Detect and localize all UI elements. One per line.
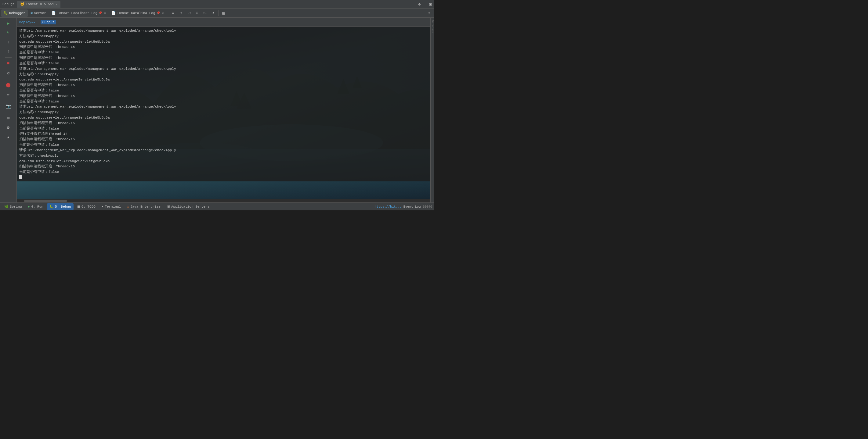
git-url[interactable]: https://bit... (375, 205, 402, 208)
todo-label: 6: TODO (82, 205, 96, 208)
stop-btn[interactable]: ■ (4, 59, 12, 68)
run-icon: ▶ (28, 205, 30, 208)
up-arrow-btn[interactable]: ↑ (4, 47, 12, 56)
log-line: 扫描待申请线程开启：Thread-15 (19, 93, 428, 99)
log-container: 请求uri:/management_war_exploded/managemen… (19, 28, 428, 175)
log-line: 方法名称：checkApply (19, 72, 428, 77)
toolbar-expand-btn[interactable]: ⬆ (426, 9, 433, 17)
log-line: 扫描待申请线程开启：Thread-15 (19, 121, 428, 126)
screenshot-btn[interactable]: 📷 (4, 102, 12, 110)
debugger-label: Debugger (9, 11, 25, 15)
log-line: 扫描待申请线程开启：Thread-15 (19, 44, 428, 50)
status-tab-app-servers[interactable]: 🖥 Application Servers (164, 203, 212, 210)
debug-label: Debug: (2, 2, 14, 6)
log-line: 当前是否有申请：false (19, 99, 428, 104)
status-tab-terminal[interactable]: ▪ Terminal (99, 203, 123, 210)
log-line: 当前是否有申请：false (19, 50, 428, 55)
title-bar: Debug: 🐱 Tomcat 8.5.551 ✕ ⚙ − ▣ (0, 0, 434, 8)
localhost-log-close[interactable]: ✕ (104, 11, 106, 15)
toolbar-scroll-down-pin-btn[interactable]: ↓⬆ (186, 9, 193, 17)
event-log-label[interactable]: Event Log (403, 205, 421, 208)
log-line: 请求uri:/management_war_exploded/managemen… (19, 104, 428, 109)
left-sidebar: ▶ ⤷ ↓ ↑ ■ ↺ ⬤ ✏ 📷 ⊞ ⚙ ★ (0, 18, 17, 202)
toolbar-menu-btn[interactable]: ≡ (170, 9, 177, 17)
minimize-btn[interactable]: − (424, 2, 426, 7)
catalina-log-close[interactable]: ✕ (162, 11, 164, 15)
tomcat-tab-label: Tomcat 8.5.551 (26, 2, 54, 6)
tomcat-tab[interactable]: 🐱 Tomcat 8.5.551 ✕ (17, 1, 60, 8)
tomcat-tab-close[interactable]: ✕ (56, 2, 57, 6)
localhost-log-label: Tomcat Localhost Log (57, 11, 97, 15)
h-scrollbar-thumb[interactable] (24, 200, 67, 202)
log-line: 扫描待申请线程开启：Thread-15 (19, 55, 428, 61)
output-label[interactable]: Output (40, 20, 57, 24)
log-line: 请求uri:/management_war_exploded/managemen… (19, 147, 428, 153)
status-tab-run[interactable]: ▶ 4: Run (26, 203, 46, 210)
server-icon: ▣ (31, 11, 33, 15)
settings-btn[interactable]: ⚙ (418, 2, 421, 7)
tab-localhost-log[interactable]: 📄 Tomcat Localhost Log 📌 ✕ (49, 9, 108, 17)
status-tab-todo[interactable]: ☰ 6: TODO (75, 203, 98, 210)
right-sidebar: Database (430, 18, 434, 202)
toolbar-scroll-top-btn[interactable]: ⬆ (178, 9, 185, 17)
h-scrollbar[interactable] (17, 199, 430, 202)
spring-icon: 🌿 (4, 205, 8, 208)
log-line: com.edu.ustb.servlet.ArrangeServlet@e5b5… (19, 159, 428, 164)
text-cursor (19, 175, 22, 179)
grid-view-btn[interactable]: ⊞ (4, 114, 12, 122)
java-label: Java Enterprise (130, 205, 160, 208)
run-label: 4: Run (31, 205, 43, 208)
toolbar-right-space: ⬆ (426, 9, 433, 17)
status-tab-debug[interactable]: 🐛 5: Debug (47, 203, 73, 210)
sidebar-sep-3 (5, 100, 11, 100)
localhost-pin-icon: 📌 (99, 11, 102, 14)
main-layout: ▶ ⤷ ↓ ↑ ■ ↺ ⬤ ✏ 📷 ⊞ ⚙ ★ Deploy▸▸ Output (0, 18, 434, 202)
log-line: com.edu.ustb.servlet.ArrangeServlet@e5b5… (19, 115, 428, 121)
step-over-btn[interactable]: ⤷ (5, 28, 11, 37)
catalina-pin-icon: 📌 (157, 11, 160, 14)
deploy-label[interactable]: Deploy▸▸ (19, 20, 35, 24)
log-cursor-line (19, 175, 428, 180)
time-label: 10046 (423, 205, 432, 208)
tab-debugger[interactable]: 🐛 Debugger (1, 9, 28, 17)
sidebar-sep-2 (5, 79, 11, 79)
spring-label: Spring (10, 205, 22, 208)
restart-btn[interactable]: ↺ (4, 69, 12, 77)
database-label[interactable]: Database (431, 19, 434, 34)
sidebar-sep-4 (5, 112, 11, 112)
status-tab-java-enterprise[interactable]: ☕ Java Enterprise (125, 203, 163, 210)
debug-label: 5: Debug (55, 205, 71, 208)
log-line: 方法名称：checkApply (19, 34, 428, 39)
toolbar-grid-btn[interactable]: ▦ (220, 9, 227, 17)
breakpoint-btn[interactable]: ⬤ (4, 80, 12, 89)
status-right: https://bit... Event Log 10046 (375, 205, 432, 208)
bookmark-btn[interactable]: ★ (4, 133, 12, 141)
log-line: 扫描待申请线程开启：Thread-15 (19, 164, 428, 169)
appserver-label: Application Servers (171, 205, 209, 208)
toolbar: 🐛 Debugger ▣ Server 📄 Tomcat Localhost L… (0, 8, 434, 18)
log-line: 当前是否有申请：false (19, 169, 428, 175)
toolbar-scroll-up-pin-btn[interactable]: ⬆↓ (202, 9, 209, 17)
log-output[interactable]: 请求uri:/management_war_exploded/managemen… (17, 27, 430, 181)
tab-server[interactable]: ▣ Server (28, 9, 49, 17)
status-bar: 🌿 Spring ▶ 4: Run 🐛 5: Debug ☰ 6: TODO ▪… (0, 202, 434, 210)
sidebar-sep-1 (5, 57, 11, 58)
terminal-label: Terminal (105, 205, 121, 208)
debug-icon: 🐛 (50, 205, 54, 208)
step-area: ⤷ (5, 28, 11, 37)
log-line: com.edu.ustb.servlet.ArrangeServlet@e5b5… (19, 39, 428, 44)
appserver-icon: 🖥 (167, 205, 170, 208)
toolbar-refresh-btn[interactable]: ↺ (209, 9, 217, 17)
status-tab-spring[interactable]: 🌿 Spring (2, 203, 24, 210)
toolbar-scroll-bottom-btn[interactable]: ⬇ (193, 9, 201, 17)
log-line: 进行文件缓存清理Thread-14 (19, 131, 428, 137)
localhost-log-icon: 📄 (52, 11, 56, 15)
down-arrow-btn[interactable]: ↓ (4, 38, 12, 46)
settings-side-btn[interactable]: ⚙ (4, 123, 12, 132)
edit-btn[interactable]: ✏ (4, 90, 12, 98)
tab-catalina-log[interactable]: 📄 Tomcat Catalina Log 📌 ✕ (109, 9, 166, 17)
resume-btn[interactable]: ▶ (4, 19, 12, 28)
server-label: Server (34, 11, 46, 15)
right-sidebar-top: Database (431, 18, 434, 36)
sidebar-toggle-btn[interactable]: ▣ (429, 2, 432, 7)
